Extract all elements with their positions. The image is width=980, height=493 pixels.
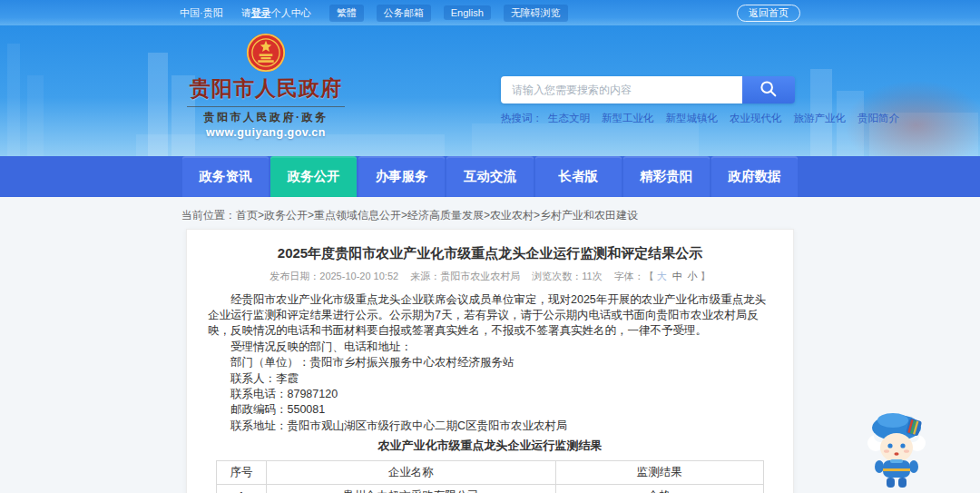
font-size-small-button[interactable]: 小	[688, 271, 698, 281]
header-cell-result: 监测结果	[555, 461, 763, 485]
site-title: 贵阳市人民政府	[181, 74, 350, 103]
article-card: 2025年度贵阳市农业产业化市级重点龙头企业运行监测和评定结果公示 发布日期：2…	[186, 229, 794, 493]
article-title: 2025年度贵阳市农业产业化市级重点龙头企业运行监测和评定结果公示	[208, 244, 772, 262]
site-subtitle: 贵阳市人民政府·政务	[181, 110, 350, 125]
guiyang-mascot-widget[interactable]	[860, 409, 933, 490]
cell-index: 1	[217, 485, 266, 493]
hot-word-link[interactable]: 生态文明	[548, 112, 590, 125]
search-input[interactable]	[501, 76, 742, 104]
cell-result: 合格	[555, 485, 763, 493]
table-header-row: 序号 企业名称 监测结果	[217, 461, 763, 485]
skyline-decor	[7, 44, 20, 156]
font-size-large-button[interactable]: 大	[657, 271, 667, 281]
contact-line-person: 联系人：李霞	[208, 371, 772, 387]
login-prefix: 请	[241, 7, 251, 18]
header-cell-company: 企业名称	[266, 461, 555, 485]
contact-line-phone: 联系电话：87987120	[208, 387, 772, 402]
skyline-decor	[27, 75, 44, 156]
logo-divider	[187, 106, 345, 107]
cell-company: 贵州合力超市采购有限公司	[266, 485, 555, 493]
table-caption: 农业产业化市级重点龙头企业运行监测结果	[208, 438, 772, 454]
article-body: 经贵阳市农业产业化市级重点龙头企业联席会议成员单位审定，现对2025年开展的农业…	[208, 292, 772, 435]
main-navigation: 政务资讯 政务公开 办事服务 互动交流 长者版 精彩贵阳 政府数据	[0, 156, 980, 197]
search-button[interactable]	[742, 76, 795, 104]
site-logo-block[interactable]: 贵阳市人民政府 贵阳市人民政府·政务 www.guiyang.gov.cn	[181, 33, 350, 139]
contact-line-postcode: 邮政编码：550081	[208, 402, 772, 418]
contact-line-department: 部门（单位）：贵阳市乡村振兴服务中心农村经济服务站	[208, 355, 772, 370]
hot-word-link[interactable]: 旅游产业化	[794, 112, 847, 125]
site-banner: 贵阳市人民政府 贵阳市人民政府·政务 www.guiyang.gov.cn	[0, 25, 980, 156]
english-button[interactable]: English	[444, 5, 491, 20]
hot-search-label: 热搜词：	[501, 112, 543, 125]
font-size-medium-button[interactable]: 中	[672, 271, 682, 281]
publish-date: 发布日期：2025-10-20 10:52	[270, 271, 398, 281]
nav-tab-banshi-fuwu[interactable]: 办事服务	[358, 156, 445, 197]
table-row: 1 贵州合力超市采购有限公司 合格	[217, 485, 763, 493]
top-utility-bar: 中国·贵阳 请登录个人中心 繁體 公务邮箱 English 无障碍浏览 返回首页	[0, 0, 980, 25]
login-strong[interactable]: 登录	[251, 7, 271, 18]
breadcrumb: 当前位置：首页>政务公开>重点领域信息公开>经济高质量发展>农业农村>乡村产业和…	[181, 208, 799, 223]
breadcrumb-path[interactable]: 首页>政务公开>重点领域信息公开>经济高质量发展>农业农村>乡村产业和农田建设	[236, 209, 638, 222]
login-link[interactable]: 请登录个人中心	[241, 6, 311, 20]
hot-word-link[interactable]: 新型城镇化	[666, 112, 719, 125]
nav-tab-hudong-jiaoliu[interactable]: 互动交流	[446, 156, 533, 197]
font-size-control: 字体：【大中小】	[614, 271, 710, 281]
official-mail-button[interactable]: 公务邮箱	[377, 5, 431, 22]
region-link[interactable]: 中国·贵阳	[180, 6, 223, 20]
nav-tab-zhengwu-gongkai[interactable]: 政务公开	[270, 156, 357, 197]
search-area: 热搜词： 生态文明 新型工业化 新型城镇化 农业现代化 旅游产业化 贵阳简介	[501, 76, 795, 125]
mascot-icon	[860, 409, 933, 490]
nav-tab-zhangzhe-ban[interactable]: 长者版	[535, 156, 622, 197]
header-cell-index: 序号	[217, 461, 266, 485]
search-icon	[759, 79, 779, 102]
back-to-home-button[interactable]: 返回首页	[737, 5, 800, 22]
nav-tab-zhengfu-shuju[interactable]: 政府数据	[711, 156, 798, 197]
article-meta: 发布日期：2025-10-20 10:52 来源：贵阳市农业农村局 浏览次数：1…	[208, 270, 772, 283]
hot-word-link[interactable]: 贵阳简介	[858, 112, 899, 125]
accessibility-button[interactable]: 无障碍浏览	[504, 5, 568, 22]
nav-tab-jingcai-guiyang[interactable]: 精彩贵阳	[623, 156, 710, 197]
site-url: www.guiyang.gov.cn	[181, 126, 350, 139]
breadcrumb-label: 当前位置：	[181, 209, 236, 222]
hot-search-row: 热搜词： 生态文明 新型工业化 新型城镇化 农业现代化 旅游产业化 贵阳简介	[501, 112, 795, 125]
national-emblem-icon	[246, 33, 286, 73]
top-utility-bar-inner: 中国·贵阳 请登录个人中心 繁體 公务邮箱 English 无障碍浏览 返回首页	[172, 0, 808, 25]
hot-word-link[interactable]: 新型工业化	[602, 112, 654, 125]
article-source: 来源：贵阳市农业农村局	[410, 271, 520, 281]
article-paragraph: 经贵阳市农业产业化市级重点龙头企业联席会议成员单位审定，现对2025年开展的农业…	[208, 292, 772, 340]
traditional-chinese-button[interactable]: 繁體	[329, 5, 364, 22]
article-paragraph: 受理情况反映的部门、电话和地址：	[208, 340, 772, 355]
contact-line-address: 联系地址：贵阳市观山湖区市级行政中心二期C区贵阳市农业农村局	[208, 419, 772, 434]
view-count: 浏览次数：11次	[532, 271, 602, 281]
hot-word-link[interactable]: 农业现代化	[730, 112, 782, 125]
nav-tab-zhengwu-zixun[interactable]: 政务资讯	[182, 156, 269, 197]
login-suffix: 个人中心	[271, 7, 311, 18]
monitoring-result-table: 序号 企业名称 监测结果 1 贵州合力超市采购有限公司 合格 2 贵州友禾种业有…	[216, 460, 763, 493]
